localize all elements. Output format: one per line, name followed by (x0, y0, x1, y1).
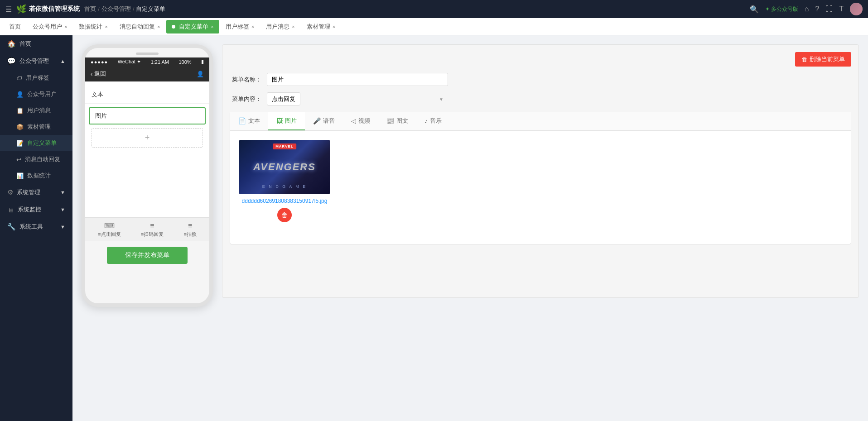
music-tab-label: 音乐 (430, 117, 442, 125)
datastats-icon: 📊 (16, 172, 24, 179)
menu-name-input[interactable] (267, 73, 448, 86)
save-publish-btn[interactable]: 保存并发布菜单 (107, 247, 188, 264)
battery-icon: ▮ (201, 59, 204, 65)
tab-home[interactable]: 首页 (4, 20, 26, 33)
tab-custommenu[interactable]: 自定义菜单 × (166, 20, 219, 33)
sysadmin-icon: ⚙ (7, 188, 13, 196)
photo-label: ≡拍照 (183, 231, 196, 238)
sidebar-item-custommenu[interactable]: 📝 自定义菜单 (0, 135, 72, 151)
marvel-badge: MARVEL (273, 144, 296, 149)
sidebar-item-gzhuser[interactable]: 👤 公众号用户 (0, 86, 72, 102)
tab-gzhuser[interactable]: 公众号用户 × (27, 20, 72, 33)
phone-menu-list: 文本 图片 + (85, 81, 209, 156)
tab-close-usertag[interactable]: × (251, 24, 254, 29)
font-size-icon[interactable]: T (839, 5, 844, 13)
tab-usermsg[interactable]: 用户消息 × (260, 20, 300, 33)
top-header: ☰ 🌿 若依微信管理系统 首页 / 公众号管理 / 自定义菜单 🔍 ✦ 多公众号… (0, 0, 868, 18)
menu-toggle-icon[interactable]: ☰ (5, 5, 12, 14)
right-panel-header: 🗑 删除当前菜单 (230, 52, 851, 67)
tab-music[interactable]: ♪ 音乐 (416, 112, 450, 130)
gzhuser-label: 公众号用户 (27, 90, 57, 98)
breadcrumb-sep1: / (98, 6, 100, 13)
phone-scan-reply-btn[interactable]: ≡ ≡扫码回复 (141, 222, 164, 238)
sidebar: 🏠 首页 💬 公众号管理 ▲ 🏷 用户标签 👤 公众号用户 📋 用户消息 📦 素… (0, 35, 72, 421)
systool-arrow-icon: ▼ (60, 224, 65, 230)
content-tab-body: MARVEL AVENGERS E N D G A M E dddddd6026… (230, 131, 851, 244)
tab-usertag[interactable]: 用户标签 × (220, 20, 260, 33)
sidebar-item-usertag[interactable]: 🏷 用户标签 (0, 70, 72, 86)
phone-click-reply-btn[interactable]: ⌨ ≡点击回复 (98, 221, 121, 238)
phone-menu-item-text[interactable]: 文本 (85, 86, 209, 104)
text-tab-label: 文本 (248, 117, 260, 125)
sidebar-section-gzh[interactable]: 💬 公众号管理 ▲ (0, 53, 72, 70)
logo-icon: 🌿 (16, 4, 26, 14)
tab-image[interactable]: 🖼 图片 (268, 112, 305, 130)
content-select-wrapper: 点击回复 跳转链接 (267, 92, 448, 105)
tab-close-gzhuser[interactable]: × (64, 24, 67, 29)
gzh-icon: 💬 (7, 57, 16, 65)
tab-voice[interactable]: 🎤 语音 (305, 112, 343, 130)
tab-close-usermsg[interactable]: × (292, 24, 294, 29)
sysmonitor-icon: 🖥 (7, 206, 14, 214)
phone-top (85, 48, 209, 57)
tab-text[interactable]: 📄 文本 (230, 112, 268, 130)
avatar[interactable] (850, 3, 863, 15)
tab-stats[interactable]: 数据统计 × (73, 20, 113, 33)
image-tab-label: 图片 (285, 117, 297, 125)
wechat-label: WeChat ✦ (118, 59, 141, 65)
systool-label: 系统工具 (19, 223, 43, 231)
tab-article[interactable]: 📰 图文 (378, 112, 416, 130)
multi-account-label: 多公众号版 (771, 5, 798, 13)
multi-account-btn[interactable]: ✦ 多公众号版 (765, 5, 798, 13)
sidebar-item-autoreply[interactable]: ↩ 消息自动回复 (0, 151, 72, 167)
github-icon[interactable]: ⌂ (805, 5, 809, 13)
sidebar-item-home[interactable]: 🏠 首页 (0, 35, 72, 53)
form-row-content: 菜单内容： 点击回复 跳转链接 (230, 92, 851, 105)
tab-close-autoreply[interactable]: × (157, 24, 160, 29)
music-tab-icon: ♪ (424, 117, 428, 124)
breadcrumb-section[interactable]: 公众号管理 (101, 5, 131, 13)
sidebar-section-systool[interactable]: 🔧 系统工具 ▼ (0, 218, 72, 235)
signal-dots: ●●●●● (91, 59, 108, 65)
content-tabs: 📄 文本 🖼 图片 🎤 语音 ◁ 视频 (230, 112, 851, 244)
help-icon[interactable]: ? (815, 5, 819, 13)
sidebar-item-usermsg[interactable]: 📋 用户消息 (0, 102, 72, 119)
search-icon[interactable]: 🔍 (750, 5, 759, 14)
systool-icon: 🔧 (7, 223, 16, 231)
breadcrumb-current: 自定义菜单 (136, 5, 165, 13)
tab-autoreply[interactable]: 消息自动回复 × (114, 20, 165, 33)
image-delete-btn[interactable]: 🗑 (277, 208, 292, 222)
sidebar-section-sysadmin[interactable]: ⚙ 系统管理 ▼ (0, 184, 72, 201)
endgame-subtitle: E N D G A M E (262, 184, 307, 189)
phone-user-icon: 👤 (197, 71, 204, 77)
tab-close-material[interactable]: × (333, 24, 335, 29)
fullscreen-icon[interactable]: ⛶ (825, 5, 833, 13)
tab-close-custommenu[interactable]: × (211, 24, 213, 29)
tab-video[interactable]: ◁ 视频 (343, 112, 378, 130)
menu-content-select[interactable]: 点击回复 跳转链接 (267, 92, 300, 105)
phone-menu-item-image[interactable]: 图片 (89, 107, 206, 124)
phone-status-bar: ●●●●● WeChat ✦ 1:21 AM 100% ▮ (85, 57, 209, 66)
header-right: 🔍 ✦ 多公众号版 ⌂ ? ⛶ T (750, 3, 863, 15)
breadcrumb-home[interactable]: 首页 (84, 5, 96, 13)
phone-time: 1:21 AM (151, 59, 169, 65)
delete-menu-btn[interactable]: 🗑 删除当前菜单 (795, 52, 851, 67)
sidebar-item-datastats[interactable]: 📊 数据统计 (0, 167, 72, 184)
breadcrumb: 首页 / 公众号管理 / 自定义菜单 (84, 5, 165, 13)
usertag-icon: 🏷 (16, 75, 22, 81)
battery-label: 100% (178, 59, 191, 65)
custommenu-label: 自定义菜单 (27, 139, 57, 147)
phone-back-btn[interactable]: ‹ 返回 (91, 70, 106, 78)
right-panel: 🗑 删除当前菜单 菜单名称： 菜单内容： 点击回复 跳转链接 (222, 44, 859, 298)
sysmonitor-arrow-icon: ▼ (60, 207, 65, 212)
app-title: 若依微信管理系统 (29, 5, 80, 13)
sidebar-section-sysmonitor[interactable]: 🖥 系统监控 ▼ (0, 201, 72, 218)
tab-material[interactable]: 素材管理 × (301, 20, 341, 33)
phone-menu-add-btn[interactable]: + (92, 128, 203, 148)
sidebar-item-material[interactable]: 📦 素材管理 (0, 119, 72, 135)
header-left: ☰ 🌿 若依微信管理系统 首页 / 公众号管理 / 自定义菜单 (5, 4, 165, 14)
phone-photo-btn[interactable]: ≡ ≡拍照 (183, 222, 196, 238)
tab-close-stats[interactable]: × (105, 24, 107, 29)
click-reply-label: ≡点击回复 (98, 231, 121, 238)
autoreply-label: 消息自动回复 (25, 155, 60, 163)
